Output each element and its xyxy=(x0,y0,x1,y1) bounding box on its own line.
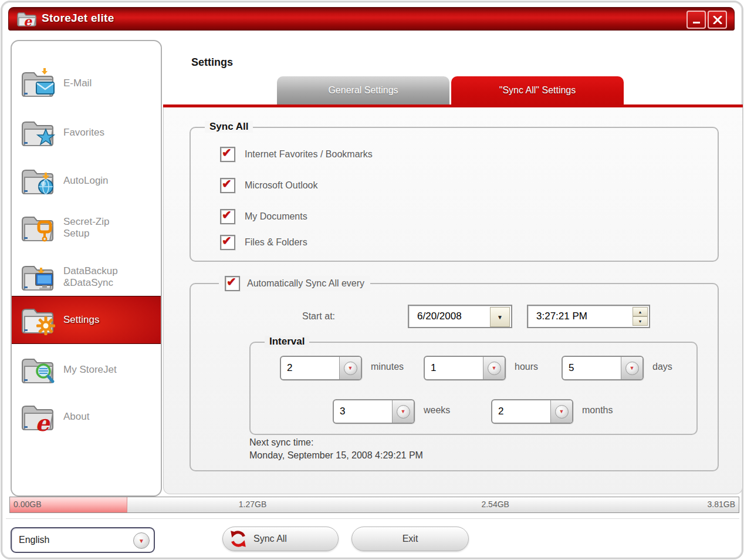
files-folders-checkbox[interactable]: ✔ xyxy=(220,235,235,250)
language-dropdown-button[interactable]: ▼ xyxy=(133,532,150,549)
sync-all-button-label: Sync All xyxy=(253,534,287,544)
chevron-down-icon: ▼ xyxy=(625,362,639,375)
start-at-label: Start at: xyxy=(302,311,335,322)
arrow-up-icon: ▲ xyxy=(638,310,642,314)
checkbox-row-files-folders: ✔ Files & Folders xyxy=(220,234,307,251)
application-window: e StoreJet elite xyxy=(0,0,744,560)
spin-up-button[interactable]: ▲ xyxy=(633,307,648,316)
internet-favorites-checkbox[interactable]: ✔ xyxy=(220,147,235,162)
weeks-dropdown-button[interactable]: ▼ xyxy=(392,400,414,423)
sync-icon xyxy=(229,529,248,548)
sidebar-item-label: DataBackup&DataSync xyxy=(63,265,118,289)
mystorejet-folder-icon xyxy=(20,353,58,386)
capacity-label-2: 2.54GB xyxy=(481,500,509,509)
autologin-folder-icon xyxy=(20,164,58,197)
checkbox-label: Microsoft Outlook xyxy=(245,180,317,191)
auto-sync-checkbox[interactable]: ✔ xyxy=(225,276,240,291)
checkbox-label: Internet Favorites / Bookmarks xyxy=(245,149,373,160)
svg-text:e: e xyxy=(23,14,33,28)
window-frame: e StoreJet elite xyxy=(1,1,743,559)
sync-all-groupbox: Sync All ✔ Internet Favorites / Bookmark… xyxy=(190,127,719,262)
my-documents-checkbox[interactable]: ✔ xyxy=(220,209,235,224)
months-dropdown-button[interactable]: ▼ xyxy=(550,400,572,423)
tab-general-settings[interactable]: General Settings xyxy=(277,76,449,104)
language-value: English xyxy=(12,528,154,552)
window-title: StoreJet elite xyxy=(42,12,114,25)
svg-text:e: e xyxy=(35,410,50,433)
hours-unit-label: hours xyxy=(515,362,538,372)
about-folder-icon: e xyxy=(20,400,58,433)
tab-label: General Settings xyxy=(328,85,398,96)
sidebar-item-mystorejet[interactable]: My StoreJet xyxy=(12,348,161,392)
chevron-down-icon: ▼ xyxy=(397,405,410,419)
checkbox-label: Files & Folders xyxy=(245,237,307,248)
auto-sync-label: Automatically Sync All every xyxy=(247,278,364,289)
capacity-label-3: 3.81GB xyxy=(708,500,735,509)
sidebar-item-databackup[interactable]: DataBackup&DataSync xyxy=(12,255,161,299)
sidebar: E-Mail Favorites xyxy=(11,40,162,497)
days-unit-label: days xyxy=(652,362,672,372)
checkbox-row-favorites-bookmarks: ✔ Internet Favorites / Bookmarks xyxy=(220,146,373,163)
sidebar-item-label: E-Mail xyxy=(63,77,92,89)
time-spinner: ▲ ▼ xyxy=(633,307,648,326)
sidebar-item-favorites[interactable]: Favorites xyxy=(12,110,161,155)
next-sync-value: Monday, September 15, 2008 4:29:21 PM xyxy=(249,449,423,462)
interval-groupbox: Interval 2 ▼ minutes 1 ▼ hours 5 ▼ days xyxy=(249,342,698,435)
days-dropdown-button[interactable]: ▼ xyxy=(621,357,642,379)
titlebar[interactable]: e StoreJet elite xyxy=(8,7,735,31)
check-icon: ✔ xyxy=(222,234,232,248)
capacity-label-0: 0.00GB xyxy=(13,500,41,509)
chevron-down-icon: ▼ xyxy=(138,538,144,544)
sidebar-item-autologin[interactable]: AutoLogin xyxy=(12,158,161,203)
sidebar-item-email[interactable]: E-Mail xyxy=(12,61,161,106)
check-icon: ✔ xyxy=(222,208,232,222)
secretzip-folder-icon xyxy=(20,211,58,244)
spin-down-button[interactable]: ▼ xyxy=(633,316,648,326)
language-select[interactable]: English ▼ xyxy=(11,527,155,553)
sidebar-item-settings[interactable]: Settings xyxy=(12,296,161,344)
weeks-combo[interactable]: 3 ▼ xyxy=(333,399,415,424)
close-icon xyxy=(713,16,722,24)
exit-button-label: Exit xyxy=(403,534,418,544)
close-button[interactable] xyxy=(708,11,727,29)
hours-combo[interactable]: 1 ▼ xyxy=(424,356,506,380)
hours-dropdown-button[interactable]: ▼ xyxy=(483,357,505,379)
check-icon: ✔ xyxy=(226,275,236,289)
minutes-dropdown-button[interactable]: ▼ xyxy=(339,357,361,379)
sidebar-item-secretzip[interactable]: Secret-ZipSetup xyxy=(12,205,161,250)
chevron-down-icon: ▼ xyxy=(344,362,357,375)
minutes-unit-label: minutes xyxy=(371,362,404,372)
checkbox-row-outlook: ✔ Microsoft Outlook xyxy=(220,177,317,194)
databackup-folder-icon xyxy=(20,261,58,294)
minutes-combo[interactable]: 2 ▼ xyxy=(280,356,362,380)
favorites-folder-icon xyxy=(20,116,58,149)
tab-sync-all-settings[interactable]: "Sync All" Settings xyxy=(451,76,624,104)
checkbox-row-my-documents: ✔ My Documents xyxy=(220,208,307,225)
start-date-picker[interactable]: 6/20/2008 ▼ xyxy=(408,305,512,328)
days-combo[interactable]: 5 ▼ xyxy=(562,356,644,380)
checkbox-label: My Documents xyxy=(245,211,307,222)
footer-separator xyxy=(6,518,739,519)
settings-panel: Sync All ✔ Internet Favorites / Bookmark… xyxy=(163,107,743,494)
capacity-label-1: 1.27GB xyxy=(239,500,266,509)
date-dropdown-button[interactable]: ▼ xyxy=(490,307,510,327)
chevron-down-icon: ▼ xyxy=(555,405,569,419)
sidebar-item-label: Secret-ZipSetup xyxy=(63,216,109,239)
sidebar-item-about[interactable]: e About xyxy=(12,394,161,439)
interval-legend: Interval xyxy=(265,336,309,348)
email-folder-icon xyxy=(20,67,58,100)
start-time-picker[interactable]: 3:27:21 PM ▲ ▼ xyxy=(527,305,650,328)
weeks-unit-label: weeks xyxy=(424,405,450,416)
sidebar-item-label: AutoLogin xyxy=(63,175,109,187)
arrow-down-icon: ▼ xyxy=(638,319,642,323)
page-title: Settings xyxy=(191,56,233,69)
months-combo[interactable]: 2 ▼ xyxy=(491,399,573,424)
minimize-button[interactable] xyxy=(686,11,706,29)
app-icon: e xyxy=(16,10,38,30)
auto-sync-legend-row: ✔ Automatically Sync All every xyxy=(219,276,370,291)
microsoft-outlook-checkbox[interactable]: ✔ xyxy=(220,178,235,193)
next-sync-time: Next sync time: Monday, September 15, 20… xyxy=(249,436,423,462)
sidebar-item-label: My StoreJet xyxy=(63,364,117,376)
sync-all-button[interactable]: Sync All xyxy=(222,527,339,551)
exit-button[interactable]: Exit xyxy=(351,527,469,551)
